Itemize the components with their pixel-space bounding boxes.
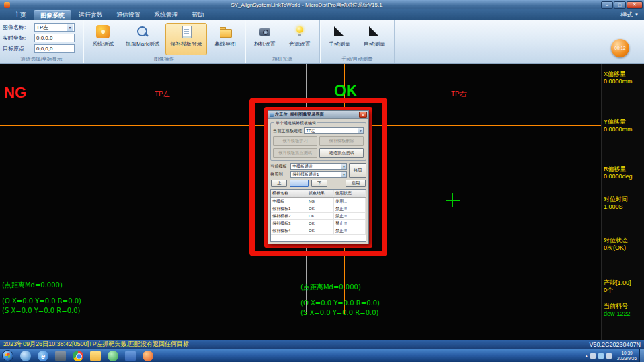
stat-x-offset: X偏移量 0.0000mm bbox=[604, 71, 633, 85]
readout-line: (点距离Md=0.000) bbox=[2, 281, 81, 290]
readout-center: (点距离Md=0.000) (O X=0.0 Y=0.0 R=0.0) (S X… bbox=[300, 283, 380, 318]
realtime-coords-label: 实时坐标: bbox=[3, 34, 32, 42]
start-button[interactable] bbox=[2, 350, 13, 361]
taskbar-clock[interactable]: 10:39 2023/9/26 bbox=[617, 351, 637, 361]
chevron-down-icon[interactable]: ▼ bbox=[358, 128, 363, 133]
volume-icon[interactable] bbox=[606, 353, 612, 359]
chevron-down-icon[interactable]: ▼ bbox=[341, 172, 346, 177]
ie-icon[interactable]: e bbox=[38, 351, 48, 361]
explorer-folder-icon[interactable] bbox=[90, 351, 101, 361]
dialog-icon bbox=[270, 113, 274, 117]
combo-value: 候补模板通道1 bbox=[292, 172, 319, 178]
image-name-combo[interactable]: TP左 ▼ bbox=[34, 23, 75, 32]
dialog-close-button[interactable]: ✕ bbox=[359, 112, 367, 118]
tray-expand-icon[interactable]: ▴ bbox=[586, 353, 588, 359]
main-template-channel-label: 当前主模板通道 bbox=[273, 128, 302, 134]
network-icon[interactable] bbox=[598, 353, 604, 359]
tab-home[interactable]: 主页 bbox=[8, 10, 32, 20]
candidate-learn-button[interactable]: 候补模板学习 bbox=[273, 136, 317, 146]
tab-run-params[interactable]: 运行参数 bbox=[73, 10, 109, 20]
table-row[interactable]: 候补模板1 OK 禁止!!! bbox=[271, 205, 366, 213]
manual-measure-button[interactable]: 手动测量 bbox=[323, 23, 356, 55]
stat-value: dew-1222 bbox=[604, 310, 631, 318]
chrome-icon[interactable] bbox=[73, 351, 83, 361]
system-debug-button[interactable]: 系统调试 bbox=[86, 23, 120, 55]
ribbon-group-label: 手动/自动测量 bbox=[320, 55, 394, 63]
cell-name: 主模板 bbox=[271, 198, 307, 205]
ribbon-group-measure: 手动测量 自动测量 手动/自动测量 bbox=[320, 20, 395, 63]
close-button[interactable]: ✕ bbox=[627, 1, 643, 9]
button-label: 光源设置 bbox=[289, 40, 311, 48]
style-menu[interactable]: 样式 ▼ bbox=[620, 11, 639, 20]
camera-icon bbox=[258, 25, 272, 38]
tab-system-mgmt[interactable]: 系统管理 bbox=[148, 10, 184, 20]
show-desktop-button[interactable] bbox=[639, 349, 644, 362]
green-cross bbox=[452, 193, 453, 207]
tp-left-marker: TP左 bbox=[155, 89, 170, 99]
window-title: SY_AlignSystemLinkToWorld - MicroDistPro… bbox=[13, 1, 600, 9]
ribbon-group-channel: 图像名称: TP左 ▼ 实时坐标: 目标原点: bbox=[0, 20, 83, 63]
tray-icon-1[interactable] bbox=[590, 353, 596, 359]
down-button[interactable]: 下 bbox=[311, 180, 327, 187]
auto-measure-button[interactable]: 自动测量 bbox=[358, 23, 391, 55]
table-row[interactable]: 候补模板4 OK 禁止!!! bbox=[271, 227, 366, 235]
table-row[interactable]: 候补模板2 OK 禁止!!! bbox=[271, 213, 366, 220]
taskbar-icon-7[interactable] bbox=[125, 351, 136, 361]
up-button[interactable]: 上 bbox=[271, 180, 287, 187]
current-template-combo[interactable]: 主模板通道 ▼ bbox=[290, 163, 347, 170]
magnifier-icon bbox=[136, 25, 149, 38]
system-tray: ▴ 10:39 2023/9/26 bbox=[586, 351, 639, 361]
maximize-button[interactable]: □ bbox=[614, 1, 626, 9]
main-area: NG OK TP左 TP右 (点距离Md=0.000) (O X=0.0 Y=0… bbox=[0, 64, 644, 340]
minimize-button[interactable]: – bbox=[601, 1, 613, 9]
candidate-template-login-button[interactable]: 候补模板登录 bbox=[165, 23, 207, 55]
template-edit-groupbox: 单个通道候补模板编辑 当前主模板通道 TP左 ▼ 候补模板学习 bbox=[270, 122, 366, 161]
stat-label: 当前料号 bbox=[604, 303, 631, 310]
taskbar-icon-1[interactable] bbox=[20, 351, 31, 361]
enable-button[interactable]: 启用 bbox=[346, 180, 366, 187]
tab-image-system[interactable]: 图像系统 bbox=[34, 10, 71, 20]
target-origin-field[interactable] bbox=[34, 44, 75, 53]
template-table: 模板名称 抓点结果 使用状态 主模板 NG 使用... bbox=[270, 189, 366, 242]
grab-mark-test-button[interactable]: 抓取Mark测试 bbox=[121, 23, 164, 55]
firefox-icon[interactable] bbox=[143, 351, 153, 361]
template-doc-icon bbox=[179, 25, 193, 38]
channel-grab-test-button[interactable]: 通道抓点测试 bbox=[319, 148, 364, 158]
stat-align-time: 对位时间 1.000S bbox=[604, 196, 628, 211]
table-row[interactable]: 主模板 NG 使用... bbox=[271, 198, 366, 205]
tab-help[interactable]: 帮助 bbox=[186, 10, 210, 20]
copy-target-combo[interactable]: 候补模板通道1 ▼ bbox=[290, 171, 347, 178]
sidebar-stats: X偏移量 0.0000mm Y偏移量 0.0000mm R偏移量 0.0000d… bbox=[601, 64, 644, 340]
table-row[interactable]: 候补模板3 OK 禁止!!! bbox=[271, 220, 366, 227]
windows-flag-icon bbox=[5, 353, 11, 359]
chevron-down-icon[interactable]: ▼ bbox=[341, 164, 346, 169]
candidate-delete-button[interactable]: 候补模板删除 bbox=[319, 136, 364, 146]
middle-button[interactable] bbox=[290, 180, 309, 187]
copy-button[interactable]: 拷贝 bbox=[349, 163, 366, 178]
chevron-down-icon[interactable]: ▼ bbox=[67, 24, 73, 31]
stat-label: 产能[1.00] bbox=[604, 279, 631, 287]
clock-date: 2023/9/26 bbox=[617, 356, 637, 361]
candidate-test-button[interactable]: 候补模板抓点测试 bbox=[273, 148, 317, 158]
camera-settings-button[interactable]: 相机设置 bbox=[248, 23, 282, 55]
offline-image-button[interactable]: 离线导图 bbox=[208, 23, 242, 55]
taskbar-icon-6[interactable] bbox=[108, 351, 118, 361]
triangle-ruler-icon bbox=[333, 25, 346, 38]
light-settings-button[interactable]: 光源设置 bbox=[283, 23, 317, 55]
stat-r-offset: R偏移量 0.0000deg bbox=[604, 166, 633, 180]
chevron-down-icon: ▼ bbox=[635, 13, 639, 17]
dialog-titlebar[interactable]: 左工位_候补图像登录界面 ✕ bbox=[268, 111, 368, 119]
image-name-label: 图像名称: bbox=[3, 24, 32, 31]
stat-label: Y偏移量 bbox=[604, 118, 633, 126]
tab-comm-settings[interactable]: 通信设置 bbox=[110, 10, 147, 20]
stat-value: 1.000S bbox=[604, 203, 628, 211]
ribbon-group-label: 图像操作 bbox=[83, 55, 245, 63]
menu-bar: 主页 图像系统 运行参数 通信设置 系统管理 帮助 样式 ▼ bbox=[0, 9, 644, 20]
taskbar-icon-3[interactable] bbox=[55, 351, 66, 361]
readout-line: (S X=0.0 Y=0.0 R=0.0) bbox=[2, 306, 81, 316]
status-bar: 2023年09月26日10:38:42[0500]TP左抓靶失败,匹配没有返回任… bbox=[0, 340, 644, 349]
stat-label: R偏移量 bbox=[604, 166, 633, 173]
main-template-channel-combo[interactable]: TP左 ▼ bbox=[304, 127, 364, 134]
realtime-coords-field[interactable] bbox=[34, 34, 75, 42]
readout-line: (S X=0.0 Y=0.0 R=0.0) bbox=[300, 308, 380, 318]
